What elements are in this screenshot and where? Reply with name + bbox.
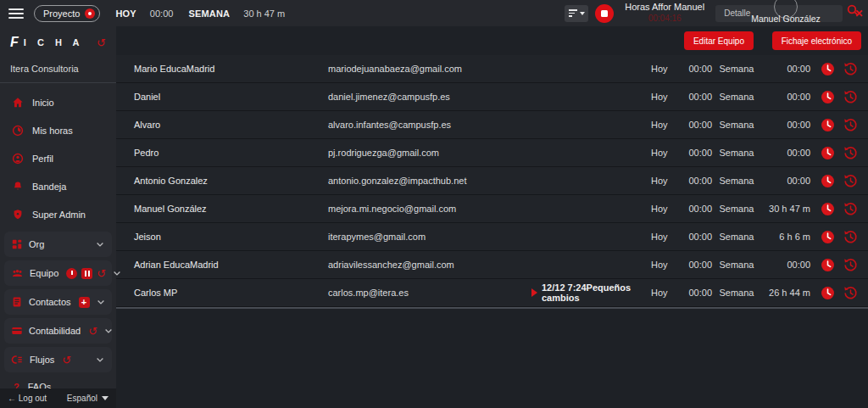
- hoy-label: Hoy: [651, 148, 676, 158]
- history-action-icon[interactable]: [843, 146, 858, 160]
- hoy-value: 00:00: [676, 204, 712, 214]
- table-row[interactable]: Alvaro alvaro.infantes@campusfp.es Hoy 0…: [116, 111, 868, 139]
- user-name: Manuel González: [739, 14, 832, 24]
- table-row[interactable]: Carlos MP carlos.mp@itera.es 12/12 7:24P…: [116, 279, 868, 307]
- chevron-down-icon[interactable]: [103, 326, 114, 336]
- electronic-signin-button[interactable]: Fichaje electrónico: [772, 31, 861, 50]
- sidebar-group-equipo[interactable]: Equipo↺: [4, 260, 112, 286]
- clock-action-icon[interactable]: [821, 118, 835, 132]
- hamburger-menu-icon[interactable]: [8, 8, 24, 19]
- member-email: iterapymes@gmail.com: [328, 232, 531, 242]
- hoy-label: Hoy: [651, 176, 676, 186]
- sidebar-item-bandeja[interactable]: Bandeja: [0, 172, 116, 200]
- search-icon[interactable]: [846, 3, 860, 19]
- week-value: 30 h 47 m: [243, 8, 285, 19]
- member-email: adriavilessanchez@gmail.com: [328, 260, 531, 270]
- bell-icon: [12, 181, 24, 193]
- language-selector[interactable]: Español: [67, 394, 108, 403]
- table-row[interactable]: Jeison iterapymes@gmail.com Hoy 00:00 Se…: [116, 223, 868, 251]
- table-row[interactable]: Antonio Gonzalez antonio.gonzalez@impact…: [116, 167, 868, 195]
- group-badges: +: [79, 297, 90, 308]
- semana-value: 00:00: [761, 64, 810, 74]
- row-actions: [810, 146, 868, 160]
- row-actions: [810, 118, 868, 132]
- sort-lines-icon: [569, 9, 577, 17]
- group-badges: ↺: [66, 268, 106, 279]
- today-value: 00:00: [150, 8, 174, 19]
- clock-action-icon[interactable]: [821, 202, 835, 216]
- sidebar-item-perfil[interactable]: Perfil: [0, 144, 116, 172]
- today-label: HOY: [115, 8, 136, 19]
- sidebar-item-mis-horas[interactable]: Mis horas: [0, 116, 116, 144]
- table-row[interactable]: Manuel González mejora.mi.negocio@gmail.…: [116, 195, 868, 223]
- table-row[interactable]: Daniel daniel.jimenez@campusfp.es Hoy 00…: [116, 83, 868, 111]
- table-end-divider: [116, 307, 868, 309]
- sidebar-item-inicio[interactable]: Inicio: [0, 88, 116, 116]
- add-badge-icon[interactable]: +: [79, 297, 90, 308]
- clock-action-icon[interactable]: [821, 146, 835, 160]
- sidebar-group-contabilidad[interactable]: Contabilidad↺: [4, 318, 112, 344]
- semana-value: 00:00: [761, 120, 810, 130]
- history-action-icon[interactable]: [843, 174, 858, 188]
- clock-action-icon[interactable]: [821, 286, 835, 300]
- member-name: Mario EducaMadrid: [116, 64, 328, 74]
- semana-value: 00:00: [761, 148, 810, 158]
- member-email: mejora.mi.negocio@gmail.com: [328, 204, 531, 214]
- clock-action-icon[interactable]: [821, 62, 835, 76]
- refresh-icon[interactable]: ↺: [62, 355, 71, 366]
- sidebar-item-label: Mis horas: [32, 126, 73, 136]
- hoy-label: Hoy: [651, 260, 676, 270]
- project-button[interactable]: Proyecto: [34, 5, 100, 22]
- record-dot-icon: [85, 8, 95, 19]
- sidebar-group-contactos[interactable]: Contactos+: [4, 289, 112, 315]
- hoy-value: 00:00: [676, 176, 712, 186]
- row-actions: [810, 230, 868, 244]
- semana-label: Semana: [712, 120, 761, 130]
- semana-value: 6 h 6 m: [761, 232, 810, 242]
- stop-timer-button[interactable]: [595, 4, 614, 23]
- sort-button[interactable]: [565, 5, 588, 22]
- pause-badge-icon[interactable]: [81, 268, 92, 279]
- chevron-down-icon[interactable]: [95, 355, 105, 365]
- sidebar-group-org[interactable]: Org: [4, 232, 112, 257]
- sidebar-item-super-admin[interactable]: Super Admin: [0, 200, 116, 228]
- timer-badge-icon[interactable]: [66, 268, 77, 279]
- history-action-icon[interactable]: [843, 286, 858, 300]
- history-action-icon[interactable]: [843, 118, 858, 132]
- logo-f-icon: F: [10, 35, 19, 50]
- history-action-icon[interactable]: [843, 62, 858, 76]
- history-action-icon[interactable]: [843, 202, 858, 216]
- refresh-icon[interactable]: ↺: [97, 37, 106, 48]
- member-email: daniel.jimenez@campusfp.es: [328, 92, 531, 102]
- history-action-icon[interactable]: [843, 258, 858, 272]
- member-name: Alvaro: [116, 120, 328, 130]
- table-row[interactable]: Adrian EducaMadrid adriavilessanchez@gma…: [116, 251, 868, 279]
- clock-action-icon[interactable]: [821, 90, 835, 104]
- refresh-icon[interactable]: ↺: [97, 268, 106, 279]
- timer-title: Horas Affor Manuel: [624, 2, 705, 14]
- profile-icon: [12, 153, 24, 165]
- chevron-down-icon[interactable]: [96, 297, 106, 307]
- semana-label: Semana: [712, 176, 761, 186]
- history-action-icon[interactable]: [843, 230, 858, 244]
- hoy-value: 00:00: [676, 288, 712, 298]
- user-box[interactable]: Manuel González: [739, 0, 832, 24]
- chevron-down-icon[interactable]: [112, 268, 122, 278]
- table-row[interactable]: Mario EducaMadrid mariodejuanabaeza@gmai…: [116, 55, 868, 83]
- logout-button[interactable]: ← Log out: [8, 394, 47, 403]
- clock-action-icon[interactable]: [821, 174, 835, 188]
- chevron-down-icon: [102, 396, 108, 400]
- clock-action-icon[interactable]: [821, 230, 835, 244]
- clock-action-icon[interactable]: [821, 258, 835, 272]
- clock-icon: [12, 125, 24, 137]
- sidebar-group-flujos[interactable]: Flujos↺: [4, 347, 112, 372]
- topbar: Proyecto HOY 00:00 SEMANA 30 h 47 m Hora…: [0, 0, 868, 26]
- member-name: Daniel: [116, 92, 328, 102]
- refresh-icon[interactable]: ↺: [88, 326, 97, 337]
- edit-team-button[interactable]: Editar Equipo: [684, 31, 754, 50]
- chevron-down-icon: [580, 12, 585, 15]
- history-action-icon[interactable]: [843, 90, 858, 104]
- table-row[interactable]: Pedro pj.rodriguezga@gmail.com Hoy 00:00…: [116, 139, 868, 167]
- sidebar-group-label: Equipo: [30, 268, 58, 278]
- chevron-down-icon[interactable]: [95, 239, 105, 249]
